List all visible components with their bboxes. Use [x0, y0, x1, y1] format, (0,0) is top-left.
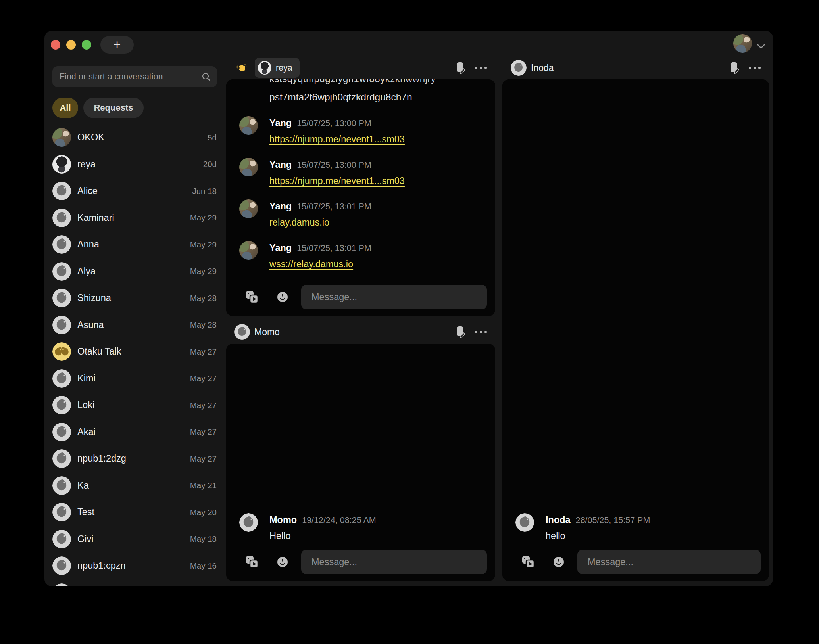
avatar — [52, 583, 71, 586]
conversation-date: May 27 — [190, 454, 217, 464]
wave-icon — [236, 62, 247, 74]
message-link[interactable]: wss://relay.damus.io — [269, 257, 371, 272]
new-conversation-button[interactable]: + — [100, 36, 134, 54]
ellipsis-icon[interactable] — [475, 67, 487, 69]
avatar — [52, 476, 71, 495]
chat-panel-reya: kstsqyqtmpdgzlygh1wf88ykzkhwwhjry pst7mt… — [226, 79, 495, 316]
conversation-date: May 29 — [190, 213, 217, 222]
conversation-asuna[interactable]: Asuna May 28 — [52, 312, 217, 339]
conversation-alice[interactable]: Alice Jun 18 — [52, 178, 217, 205]
search-input[interactable] — [52, 72, 202, 82]
avatar[interactable] — [239, 199, 258, 218]
emoji-icon[interactable] — [277, 291, 288, 303]
chevron-down-icon[interactable] — [757, 44, 765, 49]
composer — [521, 549, 761, 575]
conversation-date: May 20 — [190, 508, 217, 517]
conversation-anna[interactable]: Anna May 29 — [52, 231, 217, 258]
conversation-reya[interactable]: reya 20d — [52, 151, 217, 178]
window-controls — [51, 40, 91, 50]
conversation-name: Ka — [77, 480, 89, 491]
conversation-otaku-talk[interactable]: Otaku Talk May 27 — [52, 338, 217, 365]
avatar[interactable] — [511, 60, 527, 76]
message-author: Inoda — [546, 513, 571, 527]
message-author: Yang — [269, 116, 292, 130]
avatar[interactable] — [239, 158, 258, 176]
conversation-name: Test — [77, 507, 94, 518]
avatar[interactable] — [239, 116, 258, 135]
conversation-date: May 29 — [190, 266, 217, 276]
media-picker-icon[interactable] — [245, 290, 259, 304]
message-author: Momo — [269, 513, 297, 527]
chat-title: Inoda — [531, 63, 554, 73]
message-link[interactable]: https://njump.me/nevent1...sm03 — [269, 173, 405, 188]
conversation-name: npub1:cpzn — [77, 560, 126, 571]
avatar — [258, 61, 271, 75]
ellipsis-icon[interactable] — [475, 331, 487, 333]
conversation-npub1-2dzg[interactable]: npub1:2dzg May 27 — [52, 445, 217, 472]
media-picker-icon[interactable] — [521, 555, 535, 569]
message-input[interactable] — [577, 550, 761, 574]
clipped-message-line: kstsqyqtmpdgzlygh1wf88ykzkhwwhjry — [269, 79, 486, 86]
active-chat-chip[interactable]: reya — [255, 58, 300, 78]
message: Momo 19/12/24, 08:25 AM Hello — [239, 513, 486, 543]
close-button[interactable] — [51, 40, 60, 50]
message-time: 15/07/25, 13:00 PM — [297, 158, 371, 172]
conversation-npub1-cpzn[interactable]: npub1:cpzn May 16 — [52, 552, 217, 579]
message-overflow-line: pst7mta2t6wpjh0qfzkdrdgu8ch7n — [269, 89, 486, 105]
conversation-test[interactable]: Test May 20 — [52, 499, 217, 526]
account-menu[interactable] — [733, 34, 765, 53]
message-author: Yang — [269, 158, 292, 171]
message-time: 15/07/25, 13:01 PM — [297, 200, 371, 213]
note-edit-icon[interactable] — [729, 62, 740, 74]
avatar — [52, 155, 71, 174]
message-link[interactable]: https://njump.me/nevent1...sm03 — [269, 132, 405, 147]
search-bar — [52, 66, 217, 87]
conversation-shizuna[interactable]: Shizuna May 28 — [52, 285, 217, 312]
avatar[interactable] — [515, 513, 534, 532]
search-icon — [202, 72, 211, 82]
conversation-okok[interactable]: OKOK 5d — [52, 124, 217, 151]
conversation-filter-tabs: All Requests — [52, 98, 144, 118]
avatar — [52, 503, 71, 521]
avatar — [52, 128, 71, 147]
message-link[interactable]: relay.damus.io — [269, 215, 371, 230]
avatar[interactable] — [239, 513, 258, 532]
chat-panel-inoda: Inoda 28/05/25, 15:57 PM hello — [502, 79, 769, 581]
avatar — [52, 396, 71, 414]
tab-requests[interactable]: Requests — [83, 98, 144, 118]
avatar[interactable] — [239, 241, 258, 260]
avatar — [52, 209, 71, 227]
conversation-givi[interactable]: Givi May 18 — [52, 526, 217, 553]
chat-header-inoda: Inoda — [502, 58, 769, 78]
conversation-kaminari[interactable]: Kaminari May 29 — [52, 205, 217, 232]
conversation-kimi[interactable]: Kimi May 27 — [52, 365, 217, 392]
conversation-alya[interactable]: Alya May 29 — [52, 258, 217, 285]
conversation-name: Alice — [77, 186, 98, 196]
avatar[interactable] — [733, 34, 752, 53]
message-author: Yang — [269, 241, 292, 255]
message-input[interactable] — [301, 285, 487, 309]
conversation-partial[interactable] — [52, 579, 217, 586]
ellipsis-icon[interactable] — [749, 67, 761, 69]
conversation-name: Alya — [77, 266, 96, 277]
note-edit-icon[interactable] — [456, 326, 466, 338]
conversation-akai[interactable]: Akai May 27 — [52, 419, 217, 446]
emoji-icon[interactable] — [553, 556, 565, 568]
message-input[interactable] — [301, 550, 487, 574]
conversation-ka[interactable]: Ka May 21 — [52, 472, 217, 499]
conversation-date: May 28 — [190, 293, 217, 303]
emoji-icon[interactable] — [277, 556, 288, 568]
conversation-date: May 29 — [190, 240, 217, 249]
zoom-button[interactable] — [82, 40, 91, 50]
conversation-date: May 18 — [190, 534, 217, 544]
avatar[interactable] — [234, 324, 250, 340]
conversation-name: Kimi — [77, 373, 96, 384]
tab-all[interactable]: All — [52, 98, 78, 118]
conversation-loki[interactable]: Loki May 27 — [52, 392, 217, 419]
minimize-button[interactable] — [66, 40, 76, 50]
media-picker-icon[interactable] — [245, 555, 259, 569]
avatar — [52, 369, 71, 388]
note-edit-icon[interactable] — [456, 62, 466, 74]
conversation-date: May 21 — [190, 481, 217, 490]
group-avatar — [52, 342, 71, 361]
